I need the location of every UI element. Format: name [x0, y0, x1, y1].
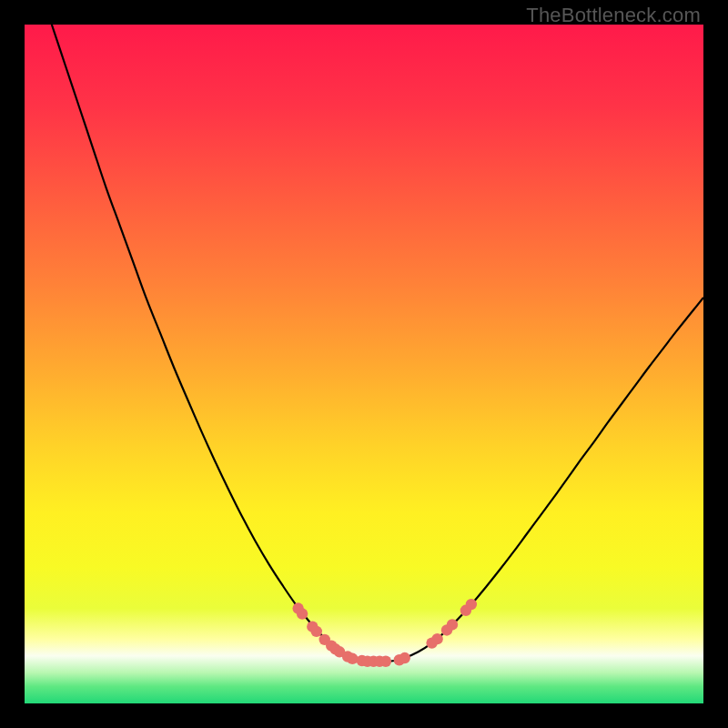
plot-area — [25, 25, 703, 703]
data-point — [311, 626, 322, 637]
data-point — [347, 653, 358, 664]
data-point — [466, 599, 477, 610]
outer-frame: TheBottleneck.com — [0, 0, 728, 728]
data-point — [297, 608, 308, 619]
data-point — [380, 656, 391, 667]
left-curve — [52, 25, 374, 662]
chart-svg — [25, 25, 703, 703]
right-curve — [374, 298, 703, 662]
data-point — [447, 619, 458, 630]
data-markers — [292, 599, 477, 667]
data-point — [399, 652, 410, 663]
data-point — [431, 633, 442, 644]
